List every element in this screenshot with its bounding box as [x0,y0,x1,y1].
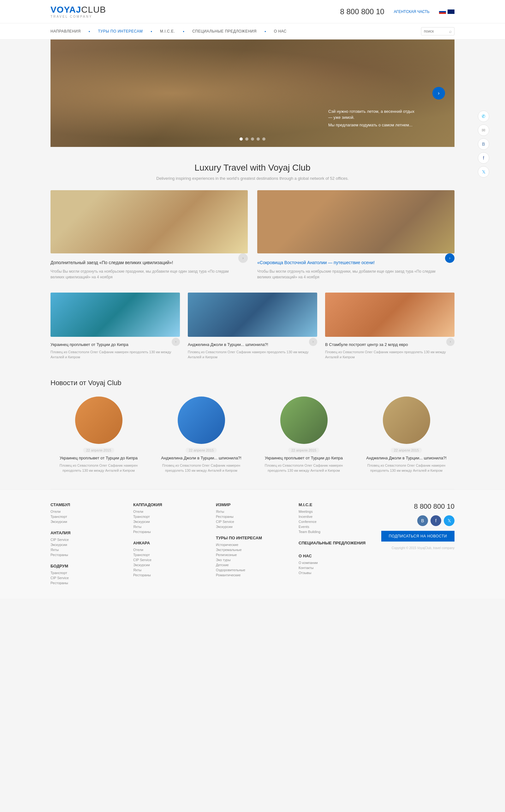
hero-dot-1[interactable] [239,137,243,141]
footer-link-tour-2[interactable]: Религиозные [216,553,289,557]
news-item-1-arrow[interactable]: › [172,338,180,346]
footer-vk-button[interactable]: В [417,515,428,526]
footer-link-cap-2[interactable]: Экскурсии [133,520,206,524]
footer-link-about-1[interactable]: Контакты [299,566,372,570]
facebook-button[interactable]: f [478,152,489,164]
footer-link-tour-6[interactable]: Романтические [216,573,289,577]
hero-dot-3[interactable] [251,137,254,141]
footer-heading-izmir: ИЗМИР [216,502,289,507]
footer-link-ank-2[interactable]: CIP Service [133,558,206,562]
news-item-1-image [50,293,180,337]
footer-link-istanbul-0[interactable]: Отели [50,510,124,513]
footer-link-about-2[interactable]: Отзывы [299,571,372,575]
footer-twitter-button[interactable]: 𝕏 [444,515,455,526]
hero-dot-5[interactable] [262,137,266,141]
footer-link-ank-4[interactable]: Яхты [133,568,206,572]
circle-img-1 [75,396,123,444]
footer-link-antalya-3[interactable]: Рестораны [50,553,124,557]
nav-directions[interactable]: НАПРАВЛЕНИЯ [50,29,81,33]
social-sidebar: ✆ ✉ В f 𝕏 [478,111,489,178]
section-main-subtitle: Delivering inspiring experiences in the … [50,176,455,181]
email-button[interactable]: ✉ [478,124,489,136]
footer-link-cap-1[interactable]: Транспорт [133,515,206,518]
article-left-desc: Чтобы Вы могли отдохнуть на ноябрьские п… [50,268,238,280]
flag-ru[interactable] [439,9,446,14]
footer-grid: СТАМБУЛ Отели Транспорт Экскурсии АНТАЛИ… [50,502,455,586]
footer-facebook-button[interactable]: f [431,515,441,526]
vk-button[interactable]: В [478,138,489,150]
footer-copyright: Copyright © 2015 VoyajClub, travel compa… [381,546,455,550]
logo-text: VOYAJCLUB [50,5,106,15]
footer-link-tour-3[interactable]: Эко туры [216,558,289,562]
footer-link-tour-4[interactable]: Детские [216,563,289,567]
footer-link-izm-0[interactable]: Яхты [216,510,289,513]
flag-en[interactable] [448,9,455,14]
footer-link-tour-5[interactable]: Оздоровительные [216,568,289,572]
news-item-1-desc: Пловец из Севастополя Олег Сафаник намер… [50,349,172,360]
footer-link-antalya-2[interactable]: Яхты [50,548,124,552]
search-box: ⌕ [421,27,455,35]
footer-link-cap-4[interactable]: Рестораны [133,530,206,534]
footer-link-mice-4[interactable]: Team Building [299,530,372,534]
footer-link-antalya-0[interactable]: CIP Service [50,538,124,542]
footer-link-bodrum-0[interactable]: Транспорт [50,571,124,575]
footer-link-cap-3[interactable]: Яхты [133,525,206,529]
article-right-title: «Сокровища Восточной Анатолии — путешест… [257,260,445,266]
footer: СТАМБУЛ Отели Транспорт Экскурсии АНТАЛИ… [0,489,505,599]
news-item-1-title: Украинец проплывет от Турции до Кипра [50,342,172,348]
article-left-arrow[interactable]: › [238,253,248,263]
footer-link-ank-5[interactable]: Рестораны [133,573,206,577]
hero-text-2: Мы предлагаем подумать о самом летнем... [328,122,416,128]
footer-link-istanbul-1[interactable]: Транспорт [50,515,124,518]
article-right-image [257,190,455,253]
article-right-arrow[interactable]: › [445,253,455,263]
subscribe-button[interactable]: ПОДПИСАТЬСЯ НА НОВОСТИ [381,531,455,542]
news-circle-title-4: Анджелина Джоли в Турции... шпионила?! [358,455,455,461]
news-item-3-title: В Стамбуле построят центр за 2 млрд евро [325,342,446,348]
hero-dot-2[interactable] [245,137,248,141]
footer-link-tour-0[interactable]: Исторические [216,543,289,547]
footer-link-cap-0[interactable]: Отели [133,510,206,513]
footer-link-mice-1[interactable]: Incentive [299,515,372,518]
news-date-3: 22 апреля 2015 [288,448,319,453]
footer-link-tour-1[interactable]: Экстремальные [216,548,289,552]
footer-link-ank-1[interactable]: Транспорт [133,553,206,557]
footer-link-antalya-1[interactable]: Экскурсии [50,543,124,547]
search-button[interactable]: ⌕ [449,29,452,34]
logo[interactable]: VOYAJCLUB TRAVEL COMPANY [50,5,106,18]
nav-dot-3: ● [183,30,184,33]
footer-link-izm-3[interactable]: Экскурсии [216,525,289,529]
news-item-3-image [325,293,455,337]
nav-tours[interactable]: ТУРЫ ПО ИНТЕРЕСАМ [98,29,143,33]
news-item-2-desc: Пловец из Севастополя Олег Сафаник намер… [188,349,309,360]
news-item-2-arrow[interactable]: › [309,338,317,346]
footer-link-mice-2[interactable]: Conference [299,520,372,524]
footer-link-istanbul-2[interactable]: Экскурсии [50,520,124,524]
hero-background [50,39,455,147]
news-item-3-arrow[interactable]: › [446,338,455,346]
footer-link-mice-0[interactable]: Meetings [299,510,372,513]
footer-link-ank-0[interactable]: Отели [133,548,206,552]
footer-link-izm-1[interactable]: Рестораны [216,515,289,518]
news-circle-desc-1: Пловец из Севастополя Олег Сафаник намер… [50,463,147,473]
hero-dot-4[interactable] [257,137,260,141]
news-item-2: Анджелина Джоли в Турции... шпионила?! П… [188,293,317,360]
footer-link-bodrum-2[interactable]: Рестораны [50,581,124,585]
search-input[interactable] [424,29,449,33]
nav-special[interactable]: СПЕЦИАЛЬНЫЕ ПРЕДЛОЖЕНИЯ [192,29,257,33]
nav-mice[interactable]: M.I.C.E. [160,29,175,33]
footer-heading-bodrum: БОДРУМ [50,564,124,568]
twitter-button[interactable]: 𝕏 [478,166,489,178]
footer-link-mice-3[interactable]: Events [299,525,372,529]
footer-link-izm-2[interactable]: CIP Service [216,520,289,524]
footer-heading-ankara: АНКАРА [133,541,206,545]
article-left-title: Дополнительный заезд «По следам великих … [50,260,238,266]
agent-link[interactable]: АГЕНТСКАЯ ЧАСТЬ [394,9,430,14]
footer-link-ank-3[interactable]: Экскурсии [133,563,206,567]
skype-button[interactable]: ✆ [478,111,489,122]
footer-link-bodrum-1[interactable]: CIP Service [50,576,124,580]
nav-about[interactable]: О НАС [274,29,287,33]
hero-next-button[interactable]: › [433,87,445,100]
footer-heading-tours: ТУРЫ ПО ИНТЕРЕСАМ [216,536,289,540]
footer-link-about-0[interactable]: О компании [299,561,372,565]
